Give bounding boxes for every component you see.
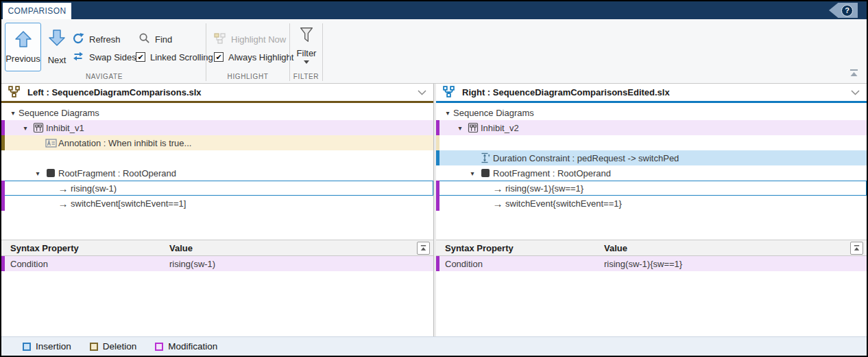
swap-sides-label: Swap Sides xyxy=(89,52,136,62)
tree-row-sequence-diagrams[interactable]: ▾ Sequence Diagrams xyxy=(1,105,433,120)
tree-row-empty xyxy=(1,150,433,165)
tree-row-rootfragment[interactable]: ▾ RootFragment : RootOperand xyxy=(1,165,433,181)
property-column-header: Syntax Property xyxy=(436,243,604,253)
tree-row-switchevent[interactable]: → switchEvent{switchEvent==1} xyxy=(436,196,867,211)
tree-row-label: rising(sw-1) xyxy=(71,183,117,194)
branch-compare-icon xyxy=(443,86,455,100)
checkbox-checked-icon: ✔ xyxy=(136,52,145,62)
modification-bar xyxy=(1,256,5,271)
tree-row-label: RootFragment : RootOperand xyxy=(493,168,611,178)
right-panel: Right : SequenceDiagramComparisonsEdited… xyxy=(436,84,867,336)
tree-row-rootfragment[interactable]: ▾ RootFragment : RootOperand xyxy=(436,165,867,181)
tab-comparison[interactable]: COMPARISON xyxy=(3,3,71,19)
caret-down-icon[interactable]: ▾ xyxy=(32,170,43,177)
tree-row-sequence-diagrams[interactable]: ▾ Sequence Diagrams xyxy=(436,105,867,120)
refresh-icon xyxy=(72,32,84,47)
arrow-down-icon xyxy=(48,29,66,49)
previous-button[interactable]: Previous xyxy=(5,23,41,71)
legend-deletion-label: Deletion xyxy=(103,341,137,352)
deletion-bar xyxy=(1,135,5,150)
modification-bar xyxy=(1,120,5,135)
left-property-row-condition[interactable]: Condition rising(sw-1) xyxy=(1,256,433,271)
sequence-diagram-icon xyxy=(466,122,481,133)
tree-row-annotation[interactable]: Annotation : When inhibit is true... xyxy=(1,135,433,150)
check-icon: ✔ xyxy=(215,54,221,61)
comparison-tool-window: COMPARISON ? Previous Next Refresh xyxy=(0,0,868,357)
collapse-ribbon-button[interactable] xyxy=(849,68,859,80)
chevron-down-icon[interactable] xyxy=(851,87,860,97)
swap-sides-button[interactable]: Swap Sides xyxy=(72,50,136,64)
fragment-icon xyxy=(43,168,58,178)
modification-bar xyxy=(1,196,5,211)
tree-row-label: Annotation : When inhibit is true... xyxy=(58,138,191,148)
filter-button[interactable]: Filter xyxy=(291,23,322,78)
group-separator xyxy=(322,23,323,81)
tree-row-switchevent[interactable]: → switchEvent[switchEvent==1] xyxy=(1,196,433,211)
legend-deletion: Deletion xyxy=(90,341,137,352)
chevron-down-icon[interactable] xyxy=(418,87,426,97)
collapse-pane-button[interactable] xyxy=(417,242,430,255)
property-value: rising(sw-1) xyxy=(169,259,433,269)
right-property-table-header: Syntax Property Value xyxy=(436,240,867,256)
linked-scrolling-checkbox[interactable]: ✔ Linked Scrolling xyxy=(136,50,213,64)
next-button[interactable]: Next xyxy=(43,25,71,69)
right-property-row-condition[interactable]: Condition rising(sw-1){sw==1} xyxy=(436,256,867,271)
find-label: Find xyxy=(155,34,172,45)
funnel-icon xyxy=(297,26,316,46)
tree-row-label: Sequence Diagrams xyxy=(453,108,534,118)
collapse-pane-button[interactable] xyxy=(850,242,863,255)
fragment-icon xyxy=(478,168,493,178)
help-button[interactable]: ? xyxy=(829,3,858,18)
property-name: Condition xyxy=(1,259,169,269)
caret-down-icon[interactable]: ▾ xyxy=(442,109,453,117)
tree-row-label: RootFragment : RootOperand xyxy=(58,168,176,178)
caret-down-icon[interactable]: ▾ xyxy=(455,124,466,132)
refresh-label: Refresh xyxy=(89,34,121,45)
insertion-bar xyxy=(436,150,439,165)
swap-icon xyxy=(72,50,84,65)
message-arrow-icon: → xyxy=(490,183,505,194)
right-tree: ▾ Sequence Diagrams ▾ Inhibit_v2 xyxy=(436,103,867,240)
modification-bar xyxy=(436,120,439,135)
sequence-diagram-icon xyxy=(31,122,46,133)
caret-down-icon[interactable]: ▾ xyxy=(8,109,19,117)
find-button[interactable]: Find xyxy=(138,32,172,46)
tree-row-inhibit-v2[interactable]: ▾ Inhibit_v2 xyxy=(436,120,867,135)
previous-button-label: Previous xyxy=(5,54,40,64)
caret-down-icon[interactable]: ▾ xyxy=(467,170,478,177)
insertion-swatch-icon xyxy=(23,343,31,351)
message-arrow-icon: → xyxy=(56,198,71,209)
tab-strip: COMPARISON ? xyxy=(1,1,867,19)
group-caption-navigate: NAVIGATE xyxy=(3,73,206,80)
highlight-now-button: Highlight Now xyxy=(214,32,286,46)
legend-modification: Modification xyxy=(155,341,217,352)
modification-bar xyxy=(1,181,5,196)
deletion-swatch-icon xyxy=(90,343,98,351)
tree-row-rising[interactable]: → rising(sw-1){sw==1} xyxy=(436,181,867,196)
tree-row-label: rising(sw-1){sw==1} xyxy=(505,183,583,194)
tree-row-label: Inhibit_v1 xyxy=(46,123,84,133)
deletion-placeholder-bar xyxy=(436,135,439,150)
tree-row-deleted-placeholder xyxy=(436,135,867,150)
tree-row-rising[interactable]: → rising(sw-1) xyxy=(1,181,433,196)
right-panel-header: Right : SequenceDiagramComparisonsEdited… xyxy=(436,84,867,103)
always-highlight-label: Always Highlight xyxy=(228,52,293,62)
group-caption-filter: FILTER xyxy=(290,73,322,80)
tree-row-duration-constraint[interactable]: Duration Constraint : pedRequest -> swit… xyxy=(436,150,867,165)
refresh-button[interactable]: Refresh xyxy=(72,32,121,46)
always-highlight-checkbox[interactable]: ✔ Always Highlight xyxy=(214,50,293,64)
tab-comparison-label: COMPARISON xyxy=(8,6,66,16)
legend-insertion-label: Insertion xyxy=(36,341,71,352)
message-arrow-icon: → xyxy=(56,183,71,194)
value-column-header: Value xyxy=(169,243,433,253)
help-icon: ? xyxy=(841,5,853,16)
caret-down-icon[interactable]: ▾ xyxy=(20,124,31,132)
tree-row-label: switchEvent[switchEvent==1] xyxy=(71,198,186,209)
chevron-down-icon xyxy=(304,60,309,64)
left-panel-header: Left : SequenceDiagramComparisons.slx xyxy=(1,84,433,103)
highlight-now-label: Highlight Now xyxy=(231,34,286,45)
tree-row-label: Duration Constraint : pedRequest -> swit… xyxy=(493,153,679,163)
right-file-title: Right : SequenceDiagramComparisonsEdited… xyxy=(462,87,670,97)
left-tree: ▾ Sequence Diagrams ▾ Inhibit_v1 xyxy=(1,103,433,240)
tree-row-inhibit-v1[interactable]: ▾ Inhibit_v1 xyxy=(1,120,433,135)
